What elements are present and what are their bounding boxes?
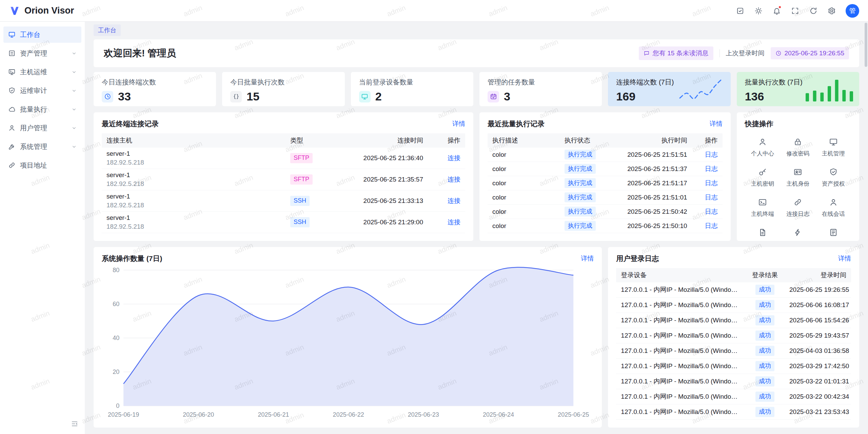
column-header: 类型	[285, 136, 330, 145]
table-header: 执行描述 执行状态 执行时间 操作	[488, 133, 723, 148]
collapse-sidebar-icon[interactable]	[68, 418, 81, 430]
sidebar-item-host-ops[interactable]: 主机运维	[3, 64, 81, 80]
login-time: 2025-06-06 15:54:26	[785, 317, 851, 324]
login-result-tag: 成功	[755, 315, 774, 325]
tasks-icon[interactable]	[733, 4, 747, 18]
audit-glyph	[8, 87, 16, 94]
quick-action-command-execution[interactable]: 命令执行	[780, 228, 815, 241]
sun-icon	[754, 7, 763, 15]
host-name: server-1	[106, 192, 281, 201]
terminal-details-link[interactable]: 详情	[452, 119, 465, 128]
quick-action-label: 文件操作日志	[745, 240, 780, 241]
host-glyph	[8, 68, 16, 76]
login-time: 2025-03-29 17:42:50	[785, 362, 851, 370]
connect-link[interactable]: 连接	[448, 176, 460, 183]
terminal-7d-trend-chart	[677, 76, 725, 101]
chevron-down-icon	[72, 107, 77, 112]
x-tick-label: 2025-06-19	[108, 411, 139, 418]
terminal-connections-table: 连接主机 类型 连接时间 操作 server-1 182.92.5.218 SF…	[102, 133, 465, 233]
breadcrumb-item-workbench[interactable]: 工作台	[94, 24, 121, 36]
link-glyph	[793, 198, 802, 207]
fullscreen-icon[interactable]	[788, 4, 802, 18]
topbar-actions: 管	[733, 4, 859, 18]
panel-title: 用户登录日志	[616, 254, 659, 263]
execution-time: 2025-06-25 21:51:51	[611, 151, 692, 158]
sidebar-item-batch-execution[interactable]: 批量执行	[3, 101, 81, 117]
bolt-icon	[793, 228, 802, 237]
sidebar-item-system-management[interactable]: 系统管理	[3, 138, 81, 155]
connection-time: 2025-06-25 21:29:00	[330, 219, 428, 226]
clock-glyph	[775, 50, 782, 56]
connection-time: 2025-06-25 21:35:57	[330, 176, 428, 183]
log-link[interactable]: 日志	[705, 222, 718, 229]
log-link[interactable]: 日志	[705, 194, 718, 201]
x-tick-label: 2025-06-21	[258, 411, 289, 418]
column-header: 连接时间	[330, 136, 428, 145]
sidebar-item-ops-audit[interactable]: 运维审计	[3, 82, 81, 99]
quick-action-execution-log[interactable]: 执行日志	[816, 228, 851, 241]
brand[interactable]: Orion Visor	[9, 5, 74, 17]
log-link[interactable]: 日志	[705, 180, 718, 187]
login-device: 127.0.0.1 - 内网IP - Mozilla/5.0 (Windows …	[616, 301, 745, 309]
execution-time: 2025-06-25 21:51:17	[611, 180, 692, 187]
sidebar-item-user-management[interactable]: 用户管理	[3, 120, 81, 136]
sidebar-item-workbench[interactable]: 工作台	[3, 26, 81, 43]
fold-glyph	[71, 420, 78, 428]
quick-action-host-keys[interactable]: 主机密钥	[745, 168, 780, 188]
execution-status-tag: 执行完成	[565, 164, 596, 174]
quick-action-host-identity[interactable]: 主机身份	[780, 168, 815, 188]
link-icon	[8, 162, 16, 169]
panel-title: 最近批量执行记录	[488, 119, 545, 129]
key-glyph	[758, 168, 767, 176]
stat-label: 管理的任务数量	[488, 78, 594, 87]
log-link[interactable]: 日志	[705, 165, 718, 172]
connect-link[interactable]: 连接	[448, 154, 460, 162]
middle-row: 最近终端连接记录 详情 连接主机 类型 连接时间 操作 server-1 182…	[94, 112, 859, 241]
refresh-icon[interactable]	[806, 4, 821, 18]
x-tick-label: 2025-06-24	[483, 411, 514, 418]
menu-fold-icon	[71, 420, 78, 428]
bottom-row: 系统操作数量 (7日) 详情 0204060802025-06-192025-0…	[94, 247, 859, 428]
user-avatar[interactable]: 管	[846, 4, 859, 18]
execution-description: color	[488, 180, 560, 187]
notifications-icon[interactable]	[770, 4, 784, 18]
login-details-link[interactable]: 详情	[838, 254, 851, 263]
settings-icon[interactable]	[825, 4, 839, 18]
quick-action-connection-log[interactable]: 连接日志	[780, 198, 815, 218]
system-operations-chart: 0204060802025-06-192025-06-202025-06-212…	[102, 265, 594, 421]
table-body: color 执行完成 2025-06-25 21:51:51 日志 color …	[488, 148, 723, 233]
quick-action-online-sessions[interactable]: 在线会话	[816, 198, 851, 218]
file-glyph	[758, 228, 767, 237]
column-header: 操作	[428, 136, 465, 145]
connect-link[interactable]: 连接	[448, 197, 460, 204]
x-tick-label: 2025-06-20	[183, 411, 214, 418]
quick-action-host-terminal[interactable]: 主机终端	[745, 198, 780, 218]
quick-action-change-password[interactable]: 修改密码	[780, 137, 815, 157]
login-table-row: 127.0.0.1 - 内网IP - Mozilla/5.0 (Windows …	[616, 328, 851, 343]
quick-action-asset-authorization[interactable]: 资产授权	[816, 168, 851, 188]
sun-glyph	[754, 7, 763, 15]
chevron-glyph	[72, 126, 77, 131]
asset-glyph	[8, 50, 16, 57]
quick-action-profile[interactable]: 个人中心	[745, 137, 780, 157]
table-header: 连接主机 类型 连接时间 操作	[102, 133, 465, 148]
host-icon	[8, 68, 16, 76]
log-link[interactable]: 日志	[705, 208, 718, 215]
operations-details-link[interactable]: 详情	[581, 254, 594, 263]
unread-messages-badge[interactable]: 您有 15 条未读消息	[639, 46, 713, 60]
login-result-tag: 成功	[755, 361, 774, 371]
connect-link[interactable]: 连接	[448, 219, 460, 226]
quick-action-host-management[interactable]: 主机管理	[816, 137, 851, 157]
sidebar-item-label: 用户管理	[20, 124, 47, 133]
sidebar-item-asset-management[interactable]: 资产管理	[3, 45, 81, 61]
log-link[interactable]: 日志	[705, 151, 718, 158]
quick-actions-panel: 快捷操作 个人中心 修改密码 主机管理 主机密钥 主机身份 资产授权 主机终端 …	[737, 112, 859, 241]
scrollbar-thumb[interactable]	[865, 23, 867, 67]
y-tick-label: 60	[113, 301, 119, 307]
welcome-banner: 欢迎回来! 管理员 您有 15 条未读消息 上次登录时间 2025-06-25 …	[94, 39, 859, 67]
batch-details-link[interactable]: 详情	[710, 119, 723, 128]
scrollbar[interactable]	[864, 22, 868, 434]
sidebar-item-project-link[interactable]: 项目地址	[3, 157, 81, 173]
quick-action-file-operation-log[interactable]: 文件操作日志	[745, 228, 780, 241]
theme-toggle-icon[interactable]	[751, 4, 766, 18]
